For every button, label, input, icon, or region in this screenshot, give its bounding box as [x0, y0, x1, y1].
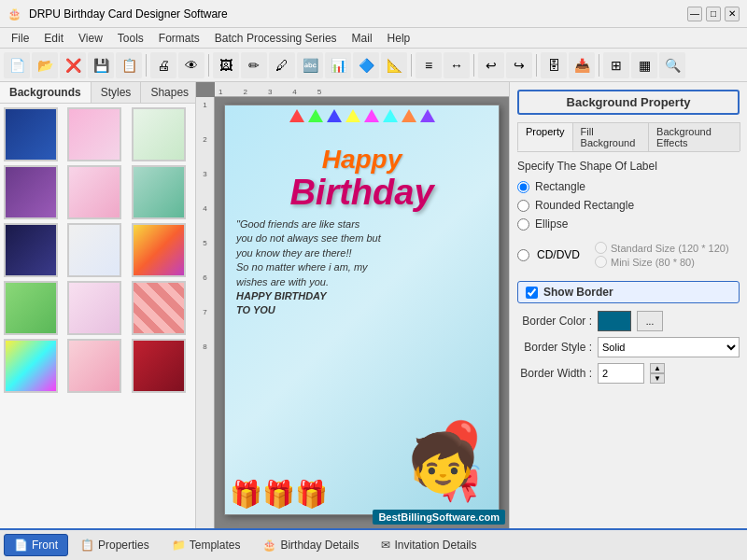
shape-ellipse-label: Ellipse	[535, 217, 568, 231]
templates-label: Templates	[190, 539, 241, 552]
shape-rounded: Rounded Rectangle	[517, 199, 740, 212]
tab-property[interactable]: Property	[517, 122, 573, 151]
app-title: DRPU Birthday Card Designer Software	[29, 7, 228, 21]
background-item[interactable]	[132, 281, 186, 335]
line-button[interactable]: 📐	[381, 52, 407, 78]
background-item[interactable]	[4, 281, 58, 335]
tab-templates[interactable]: 📁 Templates	[162, 534, 251, 556]
menu-batch-processing[interactable]: Batch Processing Series	[207, 30, 345, 47]
background-item[interactable]	[132, 223, 186, 277]
background-item[interactable]	[67, 281, 121, 335]
draw-button[interactable]: ✏	[241, 52, 267, 78]
border-style-select[interactable]: Solid Dashed Dotted Double	[598, 337, 740, 357]
background-item[interactable]	[67, 339, 121, 393]
border-width-input[interactable]	[598, 363, 644, 384]
right-panel: Background Property Property Fill Backgr…	[509, 82, 747, 528]
tab-birthday-details[interactable]: 🎂 Birthday Details	[252, 534, 369, 556]
tab-front[interactable]: 📄 Front	[4, 534, 68, 556]
undo-button[interactable]: ↩	[478, 52, 504, 78]
db-button[interactable]: 🗄	[541, 52, 567, 78]
tab-fill-background[interactable]: Fill Background	[572, 122, 649, 151]
front-label: Front	[32, 539, 58, 552]
tab-background-effects[interactable]: Background Effects	[648, 122, 740, 151]
tab-properties[interactable]: 📋 Properties	[70, 534, 160, 556]
grid-button[interactable]: ⊞	[603, 52, 629, 78]
shape-ellipse-radio[interactable]	[517, 218, 529, 231]
border-color-row: Border Color : ...	[517, 311, 740, 331]
save-button[interactable]: 💾	[88, 52, 114, 78]
birthday-details-label: Birthday Details	[280, 539, 359, 552]
background-item[interactable]	[4, 107, 58, 161]
tab-styles[interactable]: Styles	[92, 82, 142, 103]
spin-up[interactable]: ▲	[650, 363, 665, 373]
background-item[interactable]	[4, 165, 58, 219]
open-button[interactable]: 📂	[32, 52, 58, 78]
barcode-button[interactable]: 📊	[325, 52, 351, 78]
cd-dvd-row: CD/DVD Standard Size (120 * 120) Mini Si…	[517, 242, 740, 268]
ruler-vertical: 12345678	[196, 97, 215, 528]
shape-rectangle-radio[interactable]	[517, 181, 529, 193]
shape-rectangle-label: Rectangle	[535, 180, 585, 193]
text-button[interactable]: 🔤	[297, 52, 323, 78]
delete-button[interactable]: ❌	[60, 52, 86, 78]
background-item[interactable]	[67, 107, 121, 161]
standard-size-label: Standard Size (120 * 120)	[611, 243, 729, 254]
image-button[interactable]: 🖼	[213, 52, 239, 78]
menu-formats[interactable]: Formats	[151, 30, 207, 47]
print-button[interactable]: 🖨	[150, 52, 176, 78]
menu-help[interactable]: Help	[380, 30, 418, 47]
maximize-button[interactable]: □	[706, 7, 721, 21]
standard-size-radio	[595, 242, 607, 254]
background-item[interactable]	[132, 165, 186, 219]
menu-bar: File Edit View Tools Formats Batch Proce…	[0, 28, 747, 49]
menu-view[interactable]: View	[71, 30, 110, 47]
background-grid	[0, 104, 195, 528]
menu-edit[interactable]: Edit	[36, 30, 71, 47]
mini-size-option: Mini Size (80 * 80)	[595, 256, 729, 268]
background-item[interactable]	[4, 223, 58, 277]
zoom-button[interactable]: 🔍	[659, 52, 685, 78]
spin-down[interactable]: ▼	[650, 373, 665, 384]
border-style-label: Border Style :	[517, 341, 592, 354]
background-item[interactable]	[67, 223, 121, 277]
close-button[interactable]: ✕	[725, 7, 740, 21]
property-tabs: Property Fill Background Background Effe…	[517, 122, 740, 152]
window-controls: — □ ✕	[687, 7, 740, 21]
menu-tools[interactable]: Tools	[110, 30, 151, 47]
mini-size-radio	[595, 256, 607, 268]
redo-button[interactable]: ↪	[506, 52, 532, 78]
pen-button[interactable]: 🖊	[269, 52, 295, 78]
border-width-label: Border Width :	[517, 367, 592, 380]
show-border-row: Show Border	[517, 281, 740, 303]
background-item[interactable]	[4, 339, 58, 393]
align-button[interactable]: ≡	[416, 52, 442, 78]
flip-button[interactable]: ↔	[444, 52, 470, 78]
menu-mail[interactable]: Mail	[345, 30, 380, 47]
background-item[interactable]	[67, 165, 121, 219]
border-color-browse[interactable]: ...	[637, 311, 663, 331]
background-item[interactable]	[132, 107, 186, 161]
templates-icon: 📁	[172, 539, 186, 552]
shape-rectangle: Rectangle	[517, 180, 740, 193]
tab-shapes[interactable]: Shapes	[141, 82, 199, 103]
shape-ellipse: Ellipse	[517, 217, 740, 231]
tab-backgrounds[interactable]: Backgrounds	[0, 82, 92, 103]
card-birthday-text: Birthday	[225, 175, 499, 210]
import-button[interactable]: 📥	[569, 52, 595, 78]
mini-size-label: Mini Size (80 * 80)	[611, 257, 695, 268]
shape-cddvd-radio[interactable]	[517, 249, 529, 261]
menu-file[interactable]: File	[4, 30, 36, 47]
border-color-swatch[interactable]	[598, 311, 631, 331]
table-button[interactable]: ▦	[631, 52, 657, 78]
shape-label: Specify The Shape Of Label	[517, 160, 740, 173]
show-border-checkbox[interactable]	[526, 287, 538, 299]
shape-button[interactable]: 🔷	[353, 52, 379, 78]
background-item[interactable]	[132, 339, 186, 393]
copy-button[interactable]: 📋	[116, 52, 142, 78]
show-border-label: Show Border	[543, 286, 613, 299]
new-button[interactable]: 📄	[4, 52, 30, 78]
preview-button[interactable]: 👁	[178, 52, 204, 78]
shape-rounded-radio[interactable]	[517, 200, 529, 212]
tab-invitation-details[interactable]: ✉ Invitation Details	[371, 534, 486, 556]
minimize-button[interactable]: —	[687, 7, 702, 21]
